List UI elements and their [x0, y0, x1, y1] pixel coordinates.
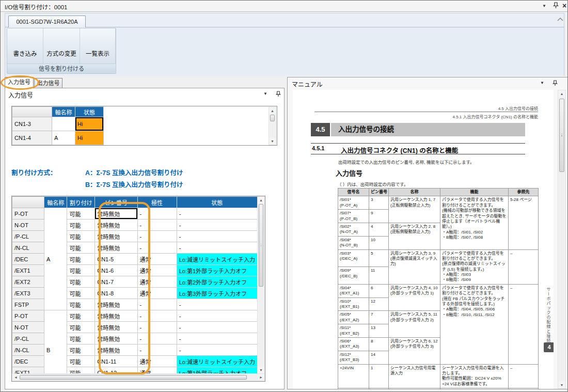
status-header-axis: 軸名称 — [52, 107, 75, 117]
assign-cell[interactable]: 可能 — [67, 367, 95, 374]
signal-table-hscrollbar[interactable]: ◄ ► — [12, 373, 265, 381]
signal-header-1: 軸名称 — [44, 197, 67, 208]
polarity-cell[interactable]: - — [137, 208, 177, 219]
list-view-button[interactable]: 一覧表示 — [80, 28, 116, 64]
state-cell[interactable]: - — [177, 299, 257, 310]
status-row-state[interactable]: Hi — [75, 131, 104, 145]
assign-cell[interactable]: 可能 — [67, 254, 95, 265]
polarity-cell[interactable]: 通常 — [137, 367, 177, 374]
ribbon-collapse-icon[interactable] — [557, 14, 566, 22]
assign-cell[interactable]: 可能 — [67, 219, 95, 231]
assign-cell[interactable]: 可能 — [67, 322, 95, 333]
pin-number-cell[interactable]: CN1-6 — [95, 265, 137, 276]
polarity-cell[interactable]: - — [137, 242, 177, 254]
pin-number-cell[interactable]: 常時無効 — [95, 322, 137, 333]
assign-cell[interactable]: 可能 — [67, 356, 95, 367]
panel-menu-arrow-icon[interactable]: ▼ — [263, 91, 267, 96]
state-cell[interactable]: - — [177, 333, 257, 344]
state-cell[interactable]: - — [177, 322, 257, 333]
signal-assignment-grid: 軸名称割り付けピン番号極性状態P-OTA可能常時無効--N-OT可能常時無効--… — [12, 196, 258, 374]
manual-cell: 5-28 ページ — [509, 196, 539, 249]
state-cell[interactable]: - — [177, 310, 257, 322]
assign-cell[interactable]: 可能 — [67, 276, 95, 288]
status-row-axis[interactable]: A — [52, 131, 75, 145]
pin-number-cell[interactable]: CN1-11 — [95, 356, 137, 367]
panel-pin-icon[interactable] — [276, 90, 281, 99]
assign-cell[interactable]: 可能 — [67, 231, 95, 242]
assign-cell[interactable]: 可能 — [67, 299, 95, 310]
assign-cell[interactable]: 可能 — [67, 310, 95, 322]
polarity-cell[interactable]: 通常 — [137, 265, 177, 276]
manual-menu-arrow-icon[interactable]: ▼ — [540, 81, 544, 85]
manual-cell: – — [509, 364, 539, 388]
assign-cell[interactable]: 可能 — [67, 333, 95, 344]
assign-cell[interactable]: 可能 — [67, 344, 95, 356]
window-close-icon[interactable]: × — [560, 2, 568, 10]
signal-name-cell: N-OT — [12, 219, 44, 231]
state-cell[interactable]: - — [177, 208, 257, 219]
table-row: P-OTA可能常時無効-- — [12, 208, 258, 219]
polarity-cell[interactable]: 通常 — [137, 288, 177, 299]
signal-table-vscrollbar[interactable]: ▲ ▼ — [257, 196, 265, 374]
write-button[interactable]: 書き込み — [7, 28, 43, 64]
status-row-state[interactable]: Hi — [75, 117, 104, 131]
state-cell[interactable]: - — [177, 231, 257, 242]
window-menu-arrow-icon[interactable]: ▼ — [540, 2, 549, 10]
pin-number-cell[interactable]: CN1-5 — [95, 254, 137, 265]
pin-number-cell[interactable]: 常時無効 — [95, 333, 137, 344]
pin-number-cell[interactable]: CN1-7 — [95, 276, 137, 288]
tab-output-signals[interactable]: 出力信号 — [34, 78, 62, 88]
polarity-cell[interactable]: - — [137, 231, 177, 242]
document-tab[interactable]: 0001-SGD7W-1R6A20A — [8, 15, 86, 27]
polarity-cell[interactable]: - — [137, 310, 177, 322]
manual-cell: 汎用シーケンス入力 5, 11 (外部ラッチ信号入力 2) — [389, 311, 440, 338]
state-cell[interactable]: Lo:第3外部ラッチ入力オフ — [177, 288, 257, 299]
assign-cell[interactable]: 可能 — [67, 265, 95, 276]
pin-number-cell[interactable]: 常時無効 — [95, 208, 137, 219]
state-cell[interactable]: - — [177, 344, 257, 356]
state-cell[interactable]: Lo:減速リミットスイッチ入力 — [177, 356, 257, 367]
assign-method-line-a: A：Σ-7S 互換入出力信号割り付け — [85, 167, 183, 177]
pin-number-cell[interactable]: 常時無効 — [95, 231, 137, 242]
status-row-state[interactable]: Hi — [75, 145, 104, 146]
manual-vscrollbar[interactable]: ▲ ▼ — [558, 90, 566, 389]
polarity-cell[interactable]: 通常 — [137, 356, 177, 367]
polarity-cell[interactable]: 通常 — [137, 254, 177, 265]
state-cell[interactable]: Lo:第1外部ラッチ入力オフ — [177, 265, 257, 276]
pin-number-cell[interactable]: CN1-8 — [95, 288, 137, 299]
assign-cell[interactable]: 可能 — [67, 288, 95, 299]
status-row-axis[interactable] — [52, 145, 75, 146]
pin-number-cell[interactable]: 常時無効 — [95, 344, 137, 356]
assign-cell[interactable]: 可能 — [67, 242, 95, 254]
pin-number-cell[interactable]: 常時無効 — [95, 242, 137, 254]
state-cell[interactable]: - — [177, 242, 257, 254]
state-cell[interactable]: Lo:第2外部ラッチ入力オフ — [177, 276, 257, 288]
status-row-axis[interactable] — [52, 117, 75, 131]
manual-pin-icon[interactable] — [553, 79, 558, 88]
manual-cell: シーケンス入力信号用の電源を入力します。 動作可能性範囲：DC24 V ±20%… — [440, 364, 509, 388]
pin-number-cell[interactable]: 常時無効 — [95, 299, 137, 310]
state-cell[interactable]: Lo:第1外部ラッチ入力オフ — [177, 367, 257, 374]
polarity-cell[interactable]: - — [137, 344, 177, 356]
state-cell[interactable]: - — [177, 219, 257, 231]
assign-cell[interactable]: 可能 — [67, 208, 95, 219]
status-table-vscrollbar[interactable]: ▲ ▼ — [269, 107, 276, 145]
pin-number-cell[interactable]: 常時無効 — [95, 219, 137, 231]
signal-name-cell: FSTP — [12, 299, 44, 310]
tab-input-signals[interactable]: 入力信号 — [5, 77, 34, 88]
polarity-cell[interactable]: - — [137, 219, 177, 231]
manual-cell: パラメータで使用する入力信号を割り付けることができます。 (機械の可動部が移動で… — [440, 196, 509, 249]
state-cell[interactable]: Lo:減速リミットスイッチ入力 — [177, 254, 257, 265]
polarity-cell[interactable]: - — [137, 333, 177, 344]
signal-name-cell: /P-CL — [12, 231, 44, 242]
manual-cell: /SI11* (/EXT_B2) — [338, 324, 369, 338]
pin-number-cell[interactable]: 常時無効 — [95, 310, 137, 322]
polarity-cell[interactable]: - — [137, 299, 177, 310]
polarity-cell[interactable]: 通常 — [137, 276, 177, 288]
pin-number-cell[interactable]: CN1-12 — [95, 367, 137, 374]
polarity-cell[interactable]: - — [137, 322, 177, 333]
manual-section-number: 4.5 — [311, 123, 330, 136]
manual-subheading: 入力信号 — [336, 168, 362, 178]
window-pin-icon[interactable] — [551, 2, 560, 10]
change-method-button[interactable]: 方式の変更 — [43, 28, 80, 64]
